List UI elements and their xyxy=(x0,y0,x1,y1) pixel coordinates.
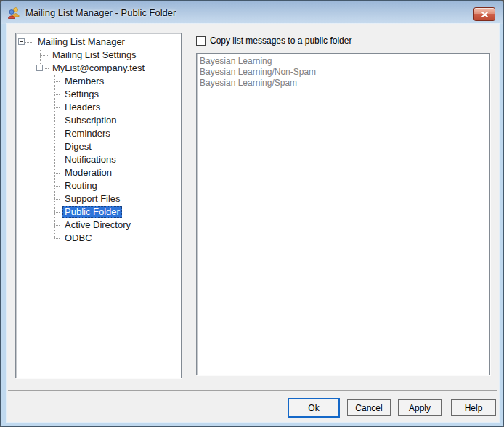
tree-connector-stub xyxy=(54,121,60,121)
copy-to-public-folder-option: Copy list messages to a public folder xyxy=(196,36,351,46)
tree-connector-stub xyxy=(54,94,60,95)
tree-connector-stub xyxy=(54,173,60,174)
folder-list-item[interactable]: Bayesian Learning/Non-Spam xyxy=(200,67,487,78)
tree-connector-stub xyxy=(54,160,60,160)
help-button[interactable]: Help xyxy=(451,399,496,416)
cancel-button[interactable]: Cancel xyxy=(347,399,391,416)
apply-button[interactable]: Apply xyxy=(398,399,442,416)
tree-item-mailing-list-manager[interactable]: Mailing List Manager xyxy=(16,36,181,49)
tree-item-notifications[interactable]: Notifications xyxy=(16,153,181,166)
folder-list-item[interactable]: Bayesian Learning/Spam xyxy=(200,78,487,89)
tree-item-label: Public Folder xyxy=(62,206,122,218)
tree-connector-stub xyxy=(54,238,60,239)
tree-connector-stub xyxy=(54,147,60,147)
tree-connector-stub xyxy=(54,199,60,200)
tree-item-label: Active Directory xyxy=(62,219,133,231)
tree-connector-stub xyxy=(54,107,60,108)
tree-item-members[interactable]: Members xyxy=(16,75,181,88)
tree-item-mailing-list-settings[interactable]: Mailing List Settings xyxy=(16,49,181,62)
tree-item-reminders[interactable]: Reminders xyxy=(16,127,181,140)
tree-item-active-directory[interactable]: Active Directory xyxy=(16,219,181,232)
tree-item-subscription[interactable]: Subscription xyxy=(16,114,181,127)
tree-item-routing[interactable]: Routing xyxy=(16,179,181,192)
tree-item-headers[interactable]: Headers xyxy=(16,101,181,114)
close-button[interactable] xyxy=(473,7,495,21)
copy-to-public-folder-label: Copy list messages to a public folder xyxy=(210,36,351,46)
dialog-window: Mailing List Manager - Public Folder Mai… xyxy=(0,0,504,427)
tree-item-label: Mailing List Manager xyxy=(36,36,127,48)
tree-connector-stub xyxy=(54,81,60,82)
tree-item-mylist-company-test[interactable]: MyList@company.test xyxy=(16,62,181,75)
title-bar[interactable]: Mailing List Manager - Public Folder xyxy=(1,1,503,24)
tree-item-label: Notifications xyxy=(62,154,118,166)
tree-item-odbc[interactable]: ODBC xyxy=(16,232,181,245)
separator-line xyxy=(8,390,497,391)
close-icon xyxy=(481,12,488,17)
tree-item-label: Headers xyxy=(62,102,102,113)
window-title: Mailing List Manager - Public Folder xyxy=(25,7,176,18)
tree-connector-stub xyxy=(54,212,60,213)
tree-item-settings[interactable]: Settings xyxy=(16,88,181,101)
tree-item-label: MyList@company.test xyxy=(50,62,147,74)
tree-item-label: Digest xyxy=(62,141,94,152)
tree-connector-stub xyxy=(54,134,60,134)
navigation-tree-panel: Mailing List ManagerMailing List Setting… xyxy=(15,33,182,378)
tree-connector-stub xyxy=(44,68,49,69)
tree-item-support-files[interactable]: Support Files xyxy=(16,192,181,206)
tree-connector-stub xyxy=(40,55,49,56)
tree-item-moderation[interactable]: Moderation xyxy=(16,166,181,179)
tree-connector-stub xyxy=(25,42,33,43)
tree-item-digest[interactable]: Digest xyxy=(16,140,181,153)
tree-item-label: Moderation xyxy=(62,167,114,179)
dialog-client-area: Mailing List ManagerMailing List Setting… xyxy=(7,24,499,422)
tree-item-label: ODBC xyxy=(62,232,94,244)
tree-item-label: Support Files xyxy=(62,193,123,205)
tree-item-label: Subscription xyxy=(62,115,119,126)
folder-list-item[interactable]: Bayesian Learning xyxy=(200,56,487,67)
tree-connector-stub xyxy=(54,186,60,187)
ok-button[interactable]: Ok xyxy=(288,398,340,418)
tree-item-label: Routing xyxy=(62,180,99,192)
tree-item-label: Mailing List Settings xyxy=(50,49,139,61)
tree-collapse-icon[interactable] xyxy=(36,65,43,71)
tree-item-public-folder[interactable]: Public Folder xyxy=(16,206,181,219)
tree-item-label: Reminders xyxy=(62,128,113,139)
button-row: OkCancelApplyHelp xyxy=(7,398,499,418)
tree-connector-stub xyxy=(54,225,60,226)
tree-item-label: Members xyxy=(62,76,106,87)
navigation-tree: Mailing List ManagerMailing List Setting… xyxy=(16,33,181,245)
tree-collapse-icon[interactable] xyxy=(18,38,25,45)
mailing-list-icon xyxy=(7,6,20,19)
tree-item-label: Settings xyxy=(62,89,101,100)
public-folder-list[interactable]: Bayesian LearningBayesian Learning/Non-S… xyxy=(196,53,490,375)
copy-to-public-folder-checkbox[interactable] xyxy=(196,36,206,46)
